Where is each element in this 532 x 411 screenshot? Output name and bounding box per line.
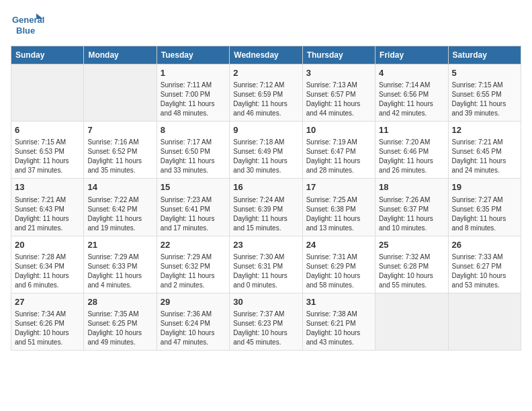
day-number: 10 xyxy=(306,124,371,136)
calendar-cell: 18Sunrise: 7:26 AMSunset: 6:37 PMDayligh… xyxy=(375,179,448,236)
page-header: GeneralBlue xyxy=(11,11,521,38)
day-number: 19 xyxy=(452,181,517,193)
weekday-header-wednesday: Wednesday xyxy=(230,46,302,64)
calendar-week-row: 1Sunrise: 7:11 AMSunset: 7:00 PMDaylight… xyxy=(11,64,521,122)
day-info: Sunrise: 7:18 AMSunset: 6:49 PMDaylight:… xyxy=(233,138,298,175)
day-info: Sunrise: 7:33 AMSunset: 6:27 PMDaylight:… xyxy=(452,253,517,290)
day-info: Sunrise: 7:26 AMSunset: 6:37 PMDaylight:… xyxy=(379,195,444,233)
day-number: 20 xyxy=(15,239,80,251)
logo-svg: GeneralBlue xyxy=(11,11,44,38)
day-number: 22 xyxy=(161,239,226,251)
calendar-cell: 26Sunrise: 7:33 AMSunset: 6:27 PMDayligh… xyxy=(448,236,521,293)
calendar-cell xyxy=(11,64,84,122)
calendar-cell: 5Sunrise: 7:15 AMSunset: 6:55 PMDaylight… xyxy=(448,64,521,122)
day-info: Sunrise: 7:37 AMSunset: 6:23 PMDaylight:… xyxy=(233,310,298,347)
calendar-cell: 7Sunrise: 7:16 AMSunset: 6:52 PMDaylight… xyxy=(84,122,157,179)
day-number: 31 xyxy=(306,296,371,308)
day-info: Sunrise: 7:20 AMSunset: 6:46 PMDaylight:… xyxy=(379,138,444,175)
calendar-table: SundayMondayTuesdayWednesdayThursdayFrid… xyxy=(11,46,521,351)
calendar-cell: 27Sunrise: 7:34 AMSunset: 6:26 PMDayligh… xyxy=(11,293,84,350)
calendar-week-row: 27Sunrise: 7:34 AMSunset: 6:26 PMDayligh… xyxy=(11,293,521,350)
day-info: Sunrise: 7:31 AMSunset: 6:29 PMDaylight:… xyxy=(306,253,371,290)
day-info: Sunrise: 7:27 AMSunset: 6:35 PMDaylight:… xyxy=(452,195,517,233)
day-number: 25 xyxy=(379,239,444,251)
day-info: Sunrise: 7:17 AMSunset: 6:50 PMDaylight:… xyxy=(161,138,226,175)
day-info: Sunrise: 7:12 AMSunset: 6:59 PMDaylight:… xyxy=(233,81,298,118)
day-number: 1 xyxy=(161,67,226,79)
day-number: 17 xyxy=(306,181,371,193)
day-info: Sunrise: 7:13 AMSunset: 6:57 PMDaylight:… xyxy=(306,81,371,118)
day-number: 8 xyxy=(161,124,226,136)
day-info: Sunrise: 7:16 AMSunset: 6:52 PMDaylight:… xyxy=(87,138,152,175)
day-number: 3 xyxy=(306,67,371,79)
day-number: 29 xyxy=(161,296,226,308)
day-info: Sunrise: 7:22 AMSunset: 6:42 PMDaylight:… xyxy=(87,195,152,233)
day-info: Sunrise: 7:19 AMSunset: 6:47 PMDaylight:… xyxy=(306,138,371,175)
day-number: 16 xyxy=(233,181,298,193)
day-info: Sunrise: 7:35 AMSunset: 6:25 PMDaylight:… xyxy=(87,310,152,347)
calendar-cell: 9Sunrise: 7:18 AMSunset: 6:49 PMDaylight… xyxy=(230,122,302,179)
calendar-cell: 30Sunrise: 7:37 AMSunset: 6:23 PMDayligh… xyxy=(230,293,302,350)
weekday-header-sunday: Sunday xyxy=(11,46,84,64)
day-info: Sunrise: 7:29 AMSunset: 6:33 PMDaylight:… xyxy=(87,253,152,290)
calendar-cell: 25Sunrise: 7:32 AMSunset: 6:28 PMDayligh… xyxy=(375,236,448,293)
day-info: Sunrise: 7:30 AMSunset: 6:31 PMDaylight:… xyxy=(233,253,298,290)
weekday-header-monday: Monday xyxy=(84,46,157,64)
calendar-cell: 8Sunrise: 7:17 AMSunset: 6:50 PMDaylight… xyxy=(157,122,229,179)
weekday-header-friday: Friday xyxy=(375,46,448,64)
weekday-header-thursday: Thursday xyxy=(302,46,375,64)
calendar-cell: 28Sunrise: 7:35 AMSunset: 6:25 PMDayligh… xyxy=(84,293,157,350)
calendar-cell: 20Sunrise: 7:28 AMSunset: 6:34 PMDayligh… xyxy=(11,236,84,293)
weekday-header-saturday: Saturday xyxy=(448,46,521,64)
day-info: Sunrise: 7:28 AMSunset: 6:34 PMDaylight:… xyxy=(15,253,80,290)
day-info: Sunrise: 7:11 AMSunset: 7:00 PMDaylight:… xyxy=(161,81,226,118)
day-info: Sunrise: 7:23 AMSunset: 6:41 PMDaylight:… xyxy=(161,195,226,233)
day-number: 23 xyxy=(233,239,298,251)
calendar-cell: 31Sunrise: 7:38 AMSunset: 6:21 PMDayligh… xyxy=(302,293,375,350)
day-number: 6 xyxy=(15,124,80,136)
day-number: 18 xyxy=(379,181,444,193)
calendar-cell: 21Sunrise: 7:29 AMSunset: 6:33 PMDayligh… xyxy=(84,236,157,293)
calendar-cell: 13Sunrise: 7:21 AMSunset: 6:43 PMDayligh… xyxy=(11,179,84,236)
day-info: Sunrise: 7:15 AMSunset: 6:53 PMDaylight:… xyxy=(15,138,80,175)
day-info: Sunrise: 7:14 AMSunset: 6:56 PMDaylight:… xyxy=(379,81,444,118)
day-info: Sunrise: 7:38 AMSunset: 6:21 PMDaylight:… xyxy=(306,310,371,347)
weekday-header-row: SundayMondayTuesdayWednesdayThursdayFrid… xyxy=(11,46,521,64)
calendar-week-row: 13Sunrise: 7:21 AMSunset: 6:43 PMDayligh… xyxy=(11,179,521,236)
svg-text:Blue: Blue xyxy=(16,26,35,36)
calendar-cell: 19Sunrise: 7:27 AMSunset: 6:35 PMDayligh… xyxy=(448,179,521,236)
day-number: 12 xyxy=(452,124,517,136)
calendar-cell xyxy=(448,293,521,350)
day-number: 27 xyxy=(15,296,80,308)
day-number: 5 xyxy=(452,67,517,79)
day-number: 28 xyxy=(87,296,152,308)
day-info: Sunrise: 7:21 AMSunset: 6:43 PMDaylight:… xyxy=(15,195,80,233)
calendar-cell: 24Sunrise: 7:31 AMSunset: 6:29 PMDayligh… xyxy=(302,236,375,293)
day-number: 30 xyxy=(233,296,298,308)
day-info: Sunrise: 7:29 AMSunset: 6:32 PMDaylight:… xyxy=(161,253,226,290)
calendar-cell: 10Sunrise: 7:19 AMSunset: 6:47 PMDayligh… xyxy=(302,122,375,179)
day-number: 9 xyxy=(233,124,298,136)
day-info: Sunrise: 7:25 AMSunset: 6:38 PMDaylight:… xyxy=(306,195,371,233)
day-number: 11 xyxy=(379,124,444,136)
day-number: 13 xyxy=(15,181,80,193)
calendar-cell: 6Sunrise: 7:15 AMSunset: 6:53 PMDaylight… xyxy=(11,122,84,179)
day-number: 2 xyxy=(233,67,298,79)
calendar-cell xyxy=(84,64,157,122)
day-info: Sunrise: 7:32 AMSunset: 6:28 PMDaylight:… xyxy=(379,253,444,290)
day-info: Sunrise: 7:36 AMSunset: 6:24 PMDaylight:… xyxy=(161,310,226,347)
calendar-cell: 17Sunrise: 7:25 AMSunset: 6:38 PMDayligh… xyxy=(302,179,375,236)
calendar-cell: 3Sunrise: 7:13 AMSunset: 6:57 PMDaylight… xyxy=(302,64,375,122)
weekday-header-tuesday: Tuesday xyxy=(157,46,229,64)
logo: GeneralBlue xyxy=(11,11,44,38)
calendar-cell: 4Sunrise: 7:14 AMSunset: 6:56 PMDaylight… xyxy=(375,64,448,122)
calendar-week-row: 20Sunrise: 7:28 AMSunset: 6:34 PMDayligh… xyxy=(11,236,521,293)
day-info: Sunrise: 7:34 AMSunset: 6:26 PMDaylight:… xyxy=(15,310,80,347)
day-number: 7 xyxy=(87,124,152,136)
calendar-cell: 23Sunrise: 7:30 AMSunset: 6:31 PMDayligh… xyxy=(230,236,302,293)
calendar-cell: 15Sunrise: 7:23 AMSunset: 6:41 PMDayligh… xyxy=(157,179,229,236)
calendar-cell: 22Sunrise: 7:29 AMSunset: 6:32 PMDayligh… xyxy=(157,236,229,293)
calendar-cell: 2Sunrise: 7:12 AMSunset: 6:59 PMDaylight… xyxy=(230,64,302,122)
day-info: Sunrise: 7:24 AMSunset: 6:39 PMDaylight:… xyxy=(233,195,298,233)
calendar-week-row: 6Sunrise: 7:15 AMSunset: 6:53 PMDaylight… xyxy=(11,122,521,179)
